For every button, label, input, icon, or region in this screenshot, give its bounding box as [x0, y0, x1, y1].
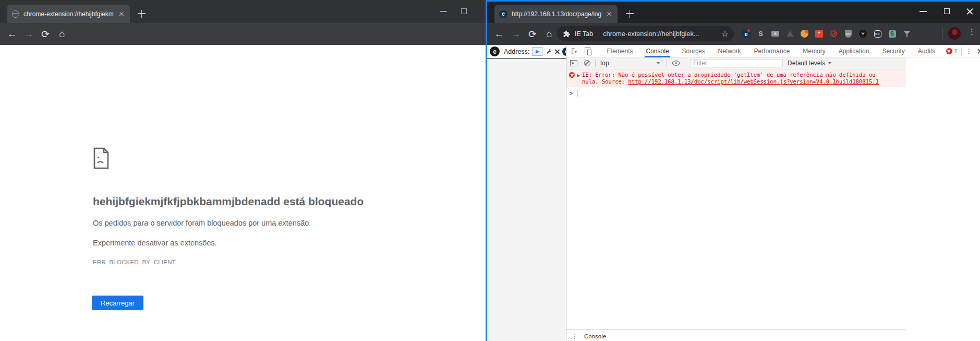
- tab-network[interactable]: Network: [711, 45, 747, 57]
- console-error-line2: nula. Source: http://192.168.1.13/doc/sc…: [582, 78, 879, 85]
- console-error-source-link[interactable]: http://192.168.1.13/doc/script/lib/webSe…: [628, 78, 879, 85]
- screenshot-wand-extension-icon[interactable]: *: [815, 30, 823, 38]
- left-tab-title: chrome-extension://hehijbfgiekm: [23, 10, 117, 18]
- new-tab-button[interactable]: [137, 8, 147, 19]
- extension-globe-favicon-icon: [12, 10, 19, 18]
- block-site-extension-icon[interactable]: [830, 30, 837, 37]
- left-browser-tab[interactable]: chrome-extension://hehijbfgiekm: [7, 5, 130, 23]
- reload-button[interactable]: ⟳: [525, 23, 540, 45]
- window-minimize-button[interactable]: [440, 11, 447, 12]
- context-selector[interactable]: top: [600, 60, 662, 67]
- session-extension-icon[interactable]: S: [756, 29, 765, 38]
- log-levels-selector[interactable]: Default levels: [788, 60, 833, 67]
- clear-console-icon[interactable]: [584, 60, 590, 66]
- devtools-panel: Elements Console Sources Network Perform…: [566, 45, 980, 341]
- inspect-element-icon[interactable]: [571, 48, 578, 55]
- tab-security[interactable]: Security: [876, 45, 911, 57]
- live-expression-eye-icon[interactable]: [672, 60, 680, 66]
- home-button[interactable]: ⌂: [541, 23, 557, 45]
- filter-funnel-extension-icon[interactable]: [903, 30, 911, 38]
- back-button[interactable]: ←: [4, 23, 20, 45]
- console-toolbar-divider: [685, 60, 685, 67]
- devtools-menu-icon[interactable]: ⋮: [965, 47, 972, 55]
- tab-elements[interactable]: Elements: [600, 45, 639, 57]
- ietab-extension-label: IE Tab: [575, 30, 593, 38]
- go-button[interactable]: [532, 47, 542, 56]
- right-address-bar[interactable]: IE Tab chrome-extension://hehijbfgiek...…: [557, 26, 734, 41]
- extension-icons-row: e S * UO Y oo S: [742, 26, 911, 41]
- browser-menu-icon[interactable]: ⋮: [968, 27, 975, 37]
- reload-page-button[interactable]: Recarregar: [92, 296, 143, 310]
- window-close-button[interactable]: [966, 7, 974, 15]
- window-maximize-button[interactable]: [461, 8, 467, 14]
- tab-sources[interactable]: Sources: [675, 45, 711, 57]
- console-filter-input[interactable]: [690, 59, 783, 67]
- puzzle-extension-icon: [563, 30, 571, 38]
- devtools-tab-bar: Elements Console Sources Network Perform…: [566, 45, 980, 57]
- ietab-page-area: [487, 59, 566, 341]
- error-page-title: hehijbfgiekmjfkfjpbkbammjbdenadd está bl…: [93, 195, 364, 208]
- error-badge-icon: [946, 48, 952, 54]
- tab-memory[interactable]: Memory: [796, 45, 832, 57]
- console-toolbar-divider: [595, 60, 596, 67]
- back-button[interactable]: ←: [491, 23, 507, 45]
- error-count: 1: [954, 48, 958, 54]
- stop-close-icon[interactable]: [554, 49, 560, 54]
- play-icon: [536, 50, 539, 54]
- forward-button[interactable]: →: [508, 23, 524, 45]
- tab-audits[interactable]: Audits: [911, 45, 941, 57]
- toolbar-divider: [942, 28, 942, 39]
- address-divider: [598, 30, 598, 38]
- ietab-extension-icon[interactable]: e: [742, 29, 751, 38]
- home-button[interactable]: ⌂: [54, 23, 70, 45]
- cookie-extension-icon[interactable]: oo: [874, 30, 881, 38]
- error-message-line1: Os pedidos para o servidor foram bloquea…: [93, 219, 311, 227]
- text-cursor: [577, 90, 577, 97]
- tab-console[interactable]: Console: [639, 45, 675, 57]
- right-url-text[interactable]: chrome-extension://hehijbfgiek...: [603, 30, 716, 38]
- console-error-source-prefix: nula. Source:: [582, 78, 628, 85]
- error-icon: [569, 72, 575, 78]
- error-count-badge[interactable]: 1: [946, 48, 958, 54]
- new-tab-button[interactable]: [625, 8, 635, 19]
- expand-arrow-icon[interactable]: [577, 74, 580, 78]
- error-message-line2: Experimente desativar as extensões.: [93, 239, 217, 247]
- console-prompt[interactable]: >: [566, 89, 577, 97]
- bookmark-star-icon[interactable]: ☆: [721, 29, 729, 39]
- right-browser-tab[interactable]: e http://192.168.1.13/doc/page/log: [494, 5, 618, 23]
- darkmode-extension-icon[interactable]: [801, 30, 808, 38]
- adguard-extension-icon[interactable]: Y: [859, 30, 867, 38]
- desktop-screen: chrome-extension://hehijbfgiekm ← → ⟳ ⌂ …: [0, 0, 980, 341]
- console-sidebar-icon[interactable]: [570, 60, 577, 66]
- devtools-close-icon[interactable]: [977, 48, 980, 54]
- capture-extension-icon[interactable]: [771, 31, 779, 37]
- sad-document-icon: [93, 147, 110, 169]
- stylish-extension-icon[interactable]: S: [889, 30, 896, 38]
- tab-application[interactable]: Application: [832, 45, 876, 57]
- console-error-message: IE: Error: Não é possível obter a propri…: [566, 69, 906, 87]
- reload-button[interactable]: ⟳: [38, 23, 53, 45]
- console-toolbar: top Default levels: [566, 57, 906, 69]
- left-tab-strip: chrome-extension://hehijbfgiekm: [0, 0, 486, 23]
- devtools-drawer: ⋮ Console: [566, 329, 906, 341]
- tools-wrench-icon[interactable]: [546, 49, 552, 55]
- device-toolbar-icon[interactable]: [585, 48, 591, 54]
- drawer-tab-console[interactable]: Console: [582, 330, 608, 341]
- recycle-extension-icon[interactable]: [787, 31, 794, 37]
- profile-avatar[interactable]: [948, 27, 961, 40]
- context-selector-value: top: [600, 60, 609, 67]
- ietab-favicon-letter: e: [502, 11, 505, 17]
- tab-performance[interactable]: Performance: [747, 45, 796, 57]
- drawer-menu-icon[interactable]: ⋮: [571, 332, 577, 340]
- ietab-clipped-icon: e: [562, 48, 566, 56]
- ietab-logo-icon: e: [490, 46, 500, 56]
- window-maximize-button[interactable]: [944, 8, 950, 14]
- console-error-line1: IE: Error: Não é possível obter a propri…: [582, 72, 876, 78]
- ublock-shield-extension-icon[interactable]: UO: [845, 30, 852, 38]
- window-minimize-button[interactable]: [919, 11, 927, 12]
- tab-close-icon[interactable]: [117, 10, 126, 18]
- forward-button[interactable]: →: [21, 23, 37, 45]
- left-toolbar: ← → ⟳ ⌂ IE Tab chrome-extension://hehijb…: [0, 23, 486, 45]
- tab-close-icon[interactable]: [605, 10, 613, 18]
- ietab-address-bar: e Address: e: [487, 45, 566, 58]
